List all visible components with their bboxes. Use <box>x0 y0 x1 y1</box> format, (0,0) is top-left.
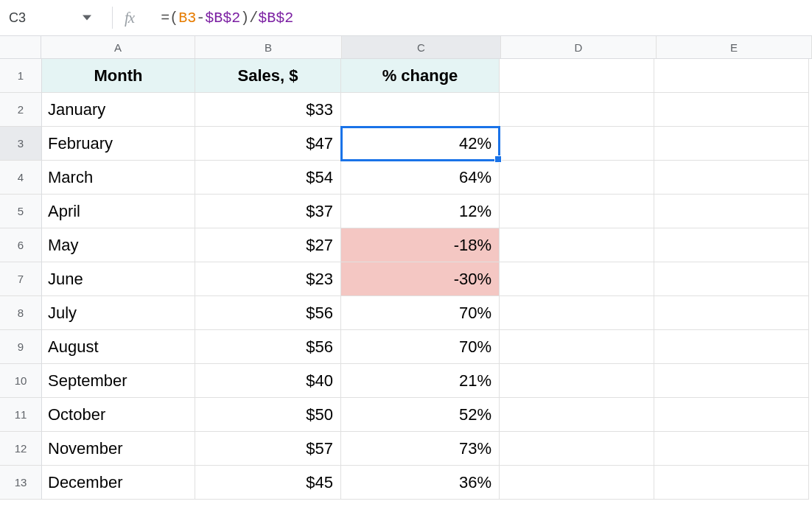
row-header[interactable]: 13 <box>0 466 42 500</box>
fill-handle[interactable] <box>494 155 502 163</box>
name-box-dropdown[interactable] <box>78 13 96 22</box>
cell-empty[interactable] <box>654 364 809 398</box>
cell-empty[interactable] <box>500 161 654 195</box>
cell-empty[interactable] <box>500 228 654 262</box>
table-row: 7June$23-30% <box>0 262 812 296</box>
cell-change[interactable]: 12% <box>341 195 500 228</box>
select-all-corner[interactable] <box>0 36 41 58</box>
cell-sales[interactable]: $56 <box>195 330 341 364</box>
cell-month[interactable]: January <box>42 93 195 127</box>
row-header[interactable]: 3 <box>0 127 42 161</box>
cell-month[interactable]: October <box>42 398 195 432</box>
formula-token: / <box>249 10 258 27</box>
cell-empty[interactable] <box>654 398 809 432</box>
chevron-down-icon <box>83 13 91 22</box>
row-header[interactable]: 1 <box>0 59 42 93</box>
cell-change[interactable] <box>341 93 500 127</box>
cell-month[interactable]: June <box>42 262 195 296</box>
cell-empty[interactable] <box>500 398 654 432</box>
column-header-E[interactable]: E <box>657 36 812 58</box>
cell-change[interactable]: 42% <box>341 127 500 161</box>
cell-sales[interactable]: $27 <box>195 228 341 262</box>
header-cell-D[interactable] <box>500 59 654 93</box>
cell-empty[interactable] <box>654 228 809 262</box>
column-header-A[interactable]: A <box>41 36 195 58</box>
header-cell-C[interactable]: % change <box>341 59 500 93</box>
cell-empty[interactable] <box>654 262 809 296</box>
formula-token: ( <box>169 10 178 27</box>
cell-sales[interactable]: $47 <box>195 127 341 161</box>
row-header[interactable]: 4 <box>0 161 42 195</box>
formula-token: ) <box>240 10 249 27</box>
cell-sales[interactable]: $23 <box>195 262 341 296</box>
cell-empty[interactable] <box>500 432 654 466</box>
cell-empty[interactable] <box>500 364 654 398</box>
row-header[interactable]: 11 <box>0 398 42 432</box>
cell-empty[interactable] <box>654 127 809 161</box>
cell-month[interactable]: February <box>42 127 195 161</box>
cell-sales[interactable]: $40 <box>195 364 341 398</box>
cell-month[interactable]: May <box>42 228 195 262</box>
cell-month[interactable]: August <box>42 330 195 364</box>
cell-sales[interactable]: $33 <box>195 93 341 127</box>
table-row: 11October$5052% <box>0 398 812 432</box>
cell-empty[interactable] <box>654 195 809 228</box>
header-cell-B[interactable]: Sales, $ <box>195 59 341 93</box>
cell-change[interactable]: 21% <box>341 364 500 398</box>
cell-empty[interactable] <box>654 330 809 364</box>
cell-sales[interactable]: $50 <box>195 398 341 432</box>
cell-month[interactable]: November <box>42 432 195 466</box>
cell-change[interactable]: 70% <box>341 330 500 364</box>
row-header[interactable]: 5 <box>0 195 42 228</box>
table-row: 4March$5464% <box>0 161 812 195</box>
cell-sales[interactable]: $56 <box>195 296 341 330</box>
cell-empty[interactable] <box>500 127 654 161</box>
column-header-C[interactable]: C <box>342 36 501 58</box>
cell-empty[interactable] <box>500 296 654 330</box>
cell-empty[interactable] <box>500 195 654 228</box>
cell-change[interactable]: 70% <box>341 296 500 330</box>
cell-month[interactable]: April <box>42 195 195 228</box>
table-row: 6May$27-18% <box>0 228 812 262</box>
grid-body: 1MonthSales, $% change2January$333Februa… <box>0 59 812 532</box>
row-header[interactable]: 9 <box>0 330 42 364</box>
cell-change[interactable]: 73% <box>341 432 500 466</box>
cell-sales[interactable]: $37 <box>195 195 341 228</box>
row-header[interactable]: 10 <box>0 364 42 398</box>
cell-empty[interactable] <box>500 466 654 500</box>
cell-month[interactable]: September <box>42 364 195 398</box>
row-header[interactable]: 8 <box>0 296 42 330</box>
cell-empty[interactable] <box>500 330 654 364</box>
cell-empty[interactable] <box>654 296 809 330</box>
formula-token: = <box>161 10 169 27</box>
cell-empty[interactable] <box>500 93 654 127</box>
cell-empty[interactable] <box>654 432 809 466</box>
cell-change[interactable]: 64% <box>341 161 500 195</box>
cell-change[interactable]: -30% <box>341 262 500 296</box>
column-header-B[interactable]: B <box>195 36 342 58</box>
cell-empty[interactable] <box>654 466 809 500</box>
header-cell-E[interactable] <box>654 59 809 93</box>
cell-month[interactable]: July <box>42 296 195 330</box>
cell-change[interactable]: -18% <box>341 228 500 262</box>
formula-input[interactable]: =(B3-$B$2)/$B$2 <box>161 10 293 27</box>
row-header[interactable]: 2 <box>0 93 42 127</box>
column-header-D[interactable]: D <box>501 36 657 58</box>
table-row: 2January$33 <box>0 93 812 127</box>
cell-change[interactable]: 36% <box>341 466 500 500</box>
cell-empty[interactable] <box>654 93 809 127</box>
row-header[interactable]: 12 <box>0 432 42 466</box>
header-cell-A[interactable]: Month <box>42 59 195 93</box>
row-header[interactable]: 7 <box>0 262 42 296</box>
cell-change[interactable]: 52% <box>341 398 500 432</box>
cell-month[interactable]: December <box>42 466 195 500</box>
name-box[interactable]: C3 <box>0 10 78 26</box>
cell-month[interactable]: March <box>42 161 195 195</box>
row-header[interactable]: 6 <box>0 228 42 262</box>
cell-empty[interactable] <box>654 161 809 195</box>
cell-sales[interactable]: $45 <box>195 466 341 500</box>
cell-sales[interactable]: $57 <box>195 432 341 466</box>
formula-token: - <box>196 10 205 27</box>
cell-sales[interactable]: $54 <box>195 161 341 195</box>
cell-empty[interactable] <box>500 262 654 296</box>
